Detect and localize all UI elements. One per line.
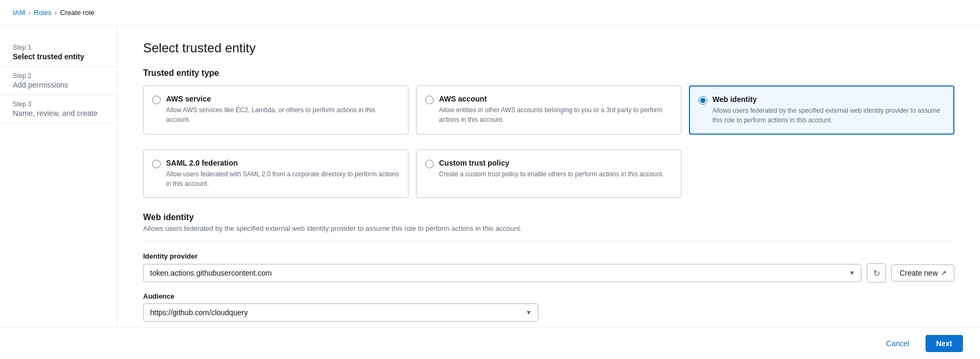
radio-custom-trust[interactable]: [425, 160, 434, 168]
entity-card-aws-account[interactable]: AWS account Allow entities in other AWS …: [416, 85, 681, 135]
web-identity-section: Web identity Allows users federated by t…: [143, 213, 954, 322]
page-title: Select trusted entity: [143, 41, 954, 56]
footer-bar: Cancel Next: [0, 327, 980, 359]
web-identity-desc: Allows users federated by the specified …: [712, 106, 945, 125]
radio-web-identity[interactable]: [699, 96, 707, 105]
step-2-number: Step 2: [13, 72, 104, 80]
identity-provider-label: Identity provider: [143, 252, 954, 260]
identity-provider-row: token.actions.githubusercontent.com ▼ ↻ …: [143, 263, 954, 283]
web-identity-section-desc: Allows users federated by the specified …: [143, 224, 954, 232]
main-content: Select trusted entity Trusted entity typ…: [117, 26, 980, 359]
audience-select[interactable]: https://github.com/cloudquery: [143, 303, 538, 322]
breadcrumb-roles[interactable]: Roles: [34, 9, 51, 17]
aws-service-desc: Allow AWS services like EC2, Lambda, or …: [166, 105, 399, 124]
cancel-button[interactable]: Cancel: [876, 335, 919, 352]
saml-desc: Allow users federated with SAML 2.0 from…: [166, 169, 399, 189]
breadcrumb: IAM › Roles › Create role: [0, 0, 980, 26]
step-3-label: Name, review, and create: [13, 109, 104, 118]
section-divider: [143, 241, 954, 241]
sidebar-step-2: Step 2 Add permissions: [0, 67, 117, 95]
entity-type-grid-top: AWS service Allow AWS services like EC2,…: [143, 85, 954, 135]
section-title: Trusted entity type: [143, 68, 954, 78]
entity-type-grid-bottom: SAML 2.0 federation Allow users federate…: [143, 150, 954, 198]
sidebar: Step 1 Select trusted entity Step 2 Add …: [0, 26, 117, 359]
sidebar-step-3: Step 3 Name, review, and create: [0, 95, 117, 123]
entity-card-custom-trust[interactable]: Custom trust policy Create a custom trus…: [416, 150, 681, 198]
custom-trust-title: Custom trust policy: [439, 159, 664, 167]
audience-select-wrapper: https://github.com/cloudquery ▼: [143, 303, 538, 322]
refresh-button[interactable]: ↻: [867, 263, 886, 283]
identity-provider-group: Identity provider token.actions.githubus…: [143, 252, 954, 283]
radio-aws-service[interactable]: [152, 96, 161, 104]
entity-card-web-identity[interactable]: Web identity Allows users federated by t…: [689, 85, 954, 135]
aws-account-title: AWS account: [439, 95, 672, 103]
saml-title: SAML 2.0 federation: [166, 159, 399, 167]
sidebar-step-1: Step 1 Select trusted entity: [0, 38, 117, 67]
aws-account-desc: Allow entities in other AWS accounts bel…: [439, 105, 672, 124]
create-new-button[interactable]: Create new ↗: [891, 264, 954, 282]
breadcrumb-iam[interactable]: IAM: [13, 9, 25, 17]
entity-card-aws-service[interactable]: AWS service Allow AWS services like EC2,…: [143, 85, 409, 135]
custom-trust-desc: Create a custom trust policy to enable o…: [439, 169, 664, 179]
external-link-icon: ↗: [941, 269, 946, 277]
audience-label: Audience: [143, 292, 954, 300]
step-3-number: Step 3: [13, 100, 104, 108]
radio-aws-account[interactable]: [425, 96, 434, 104]
entity-card-saml[interactable]: SAML 2.0 federation Allow users federate…: [143, 150, 409, 198]
web-identity-title: Web identity: [712, 95, 945, 104]
step-2-label: Add permissions: [13, 81, 104, 89]
audience-group: Audience https://github.com/cloudquery ▼: [143, 292, 954, 322]
aws-service-title: AWS service: [166, 95, 399, 103]
radio-saml[interactable]: [152, 160, 161, 168]
breadcrumb-sep-1: ›: [28, 9, 30, 17]
step-1-number: Step 1: [13, 44, 104, 51]
web-identity-section-title: Web identity: [143, 213, 954, 222]
step-1-label: Select trusted entity: [13, 52, 104, 61]
breadcrumb-current: Create role: [60, 9, 94, 17]
create-new-label: Create new: [899, 269, 938, 277]
identity-provider-select-wrapper: token.actions.githubusercontent.com ▼: [143, 264, 861, 282]
identity-provider-select[interactable]: token.actions.githubusercontent.com: [143, 264, 861, 282]
next-button[interactable]: Next: [926, 335, 963, 352]
empty-cell: [689, 150, 954, 198]
breadcrumb-sep-2: ›: [54, 9, 57, 17]
refresh-icon: ↻: [873, 268, 880, 278]
